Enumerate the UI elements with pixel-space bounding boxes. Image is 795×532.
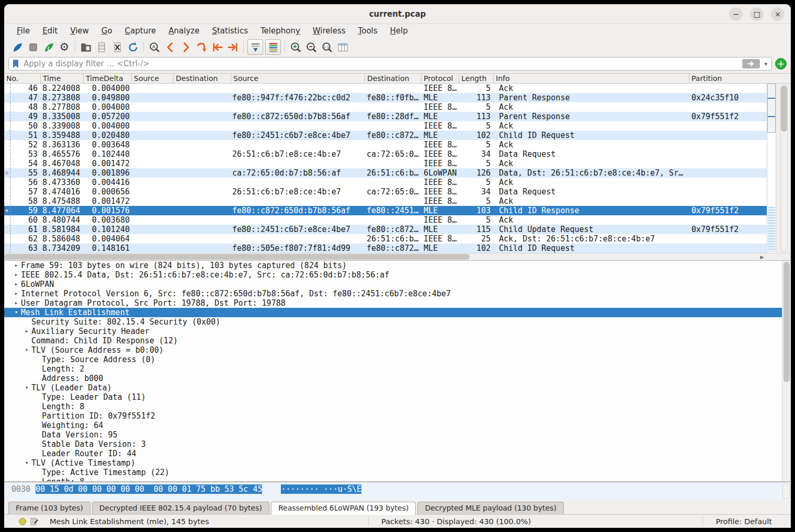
packet-row-59-selected[interactable]: 598.4770640.001576fe80::c872:650d:b7b8:5… bbox=[4, 206, 767, 215]
menu-file[interactable]: File bbox=[12, 26, 35, 36]
detail-row[interactable]: Length: 2 bbox=[4, 364, 791, 374]
display-filter-input[interactable]: Apply a display filter … <Ctrl-/> ▾ bbox=[8, 57, 772, 71]
column-header-source[interactable]: Source bbox=[231, 74, 365, 83]
hex-ascii-selected[interactable]: ········ ···u·S\E bbox=[281, 484, 361, 494]
details-scrollbar-thumb[interactable] bbox=[783, 262, 790, 382]
zoom-in-icon[interactable] bbox=[288, 39, 303, 55]
detail-row[interactable]: ▾TLV (Leader Data) bbox=[4, 383, 791, 392]
save-file-icon[interactable]: 01010110 bbox=[94, 39, 109, 55]
detail-row[interactable]: ▸Internet Protocol Version 6, Src: fe80:… bbox=[4, 289, 791, 298]
packet-list-hscrollbar-thumb[interactable] bbox=[4, 254, 470, 260]
column-header-protocol[interactable]: Protocol bbox=[422, 74, 459, 83]
packet-row-47[interactable]: 478.2738080.049800fe80::947f:f476:22bc:c… bbox=[4, 93, 767, 102]
packet-list-scrollbar-thumb[interactable] bbox=[781, 86, 787, 132]
detail-row[interactable]: ▾TLV (Source Address = b0:00) bbox=[4, 345, 791, 355]
detail-row[interactable]: Address: b000 bbox=[4, 374, 791, 383]
detail-row[interactable]: Type: Source Address (0) bbox=[4, 355, 791, 364]
detail-row[interactable]: Security Suite: 802.15.4 Security (0x00) bbox=[4, 317, 791, 327]
packet-row-54[interactable]: 548.4670480.001472IEEE 8…5Ack bbox=[4, 159, 767, 168]
menu-help[interactable]: Help bbox=[385, 26, 413, 36]
menu-wireless[interactable]: Wireless bbox=[308, 26, 351, 36]
column-header-partition[interactable]: Partition bbox=[689, 74, 791, 83]
packet-row-57[interactable]: 578.4740160.00065626:51:c6:b7:e8:ce:4b:e… bbox=[4, 187, 767, 196]
detail-row[interactable]: Stable Data Version: 3 bbox=[4, 440, 791, 449]
capture-options-icon[interactable]: ⚙ bbox=[56, 39, 72, 55]
hex-row[interactable]: 0030 00 15 0d 00 00 00 00 00 00 00 01 75… bbox=[4, 484, 791, 494]
detail-row[interactable]: Leader Router ID: 44 bbox=[4, 449, 791, 458]
hex-bytes-selected[interactable]: 00 15 0d 00 00 00 00 00 00 00 01 75 bb 5… bbox=[36, 484, 262, 494]
hscroll-right-arrow-icon[interactable]: ▶ bbox=[758, 254, 766, 260]
detail-row[interactable]: Length: 8 bbox=[4, 402, 791, 411]
start-capture-icon[interactable] bbox=[9, 39, 25, 55]
packet-row-53[interactable]: 538.4655760.10244026:51:c6:b7:e8:ce:4b:e… bbox=[4, 149, 767, 159]
detail-row[interactable]: ▸IEEE 802.15.4 Data, Dst: 26:51:c6:b7:e8… bbox=[4, 270, 791, 280]
menu-view[interactable]: View bbox=[65, 26, 94, 36]
packet-row-49[interactable]: 498.3350080.057200fe80::c872:650d:b7b8:5… bbox=[4, 112, 767, 121]
first-packet-icon[interactable] bbox=[209, 39, 225, 55]
close-file-icon[interactable] bbox=[109, 39, 125, 55]
add-filter-button[interactable]: + bbox=[775, 58, 787, 70]
expander-expanded-icon[interactable]: ▾ bbox=[22, 383, 31, 392]
goto-packet-icon[interactable] bbox=[194, 39, 209, 55]
byte-tab[interactable]: Decrypted MLE payload (130 bytes) bbox=[417, 502, 563, 514]
capture-comment-icon[interactable] bbox=[30, 517, 38, 525]
expander-collapsed-icon[interactable]: ▸ bbox=[12, 289, 21, 298]
packet-row-56[interactable]: 568.4733600.004416IEEE 8…5Ack bbox=[4, 178, 767, 187]
detail-row-selected[interactable]: ▾Mesh Link Establishment bbox=[4, 308, 791, 317]
column-header-length[interactable]: Length bbox=[459, 74, 494, 83]
menu-tools[interactable]: Tools bbox=[353, 26, 383, 36]
column-header-destination[interactable]: Destination bbox=[174, 74, 231, 83]
column-header-time[interactable]: Time bbox=[41, 74, 84, 83]
expander-expanded-icon[interactable]: ▾ bbox=[12, 308, 21, 317]
column-header-no[interactable]: No. bbox=[4, 74, 41, 83]
expander-expanded-icon[interactable]: ▾ bbox=[22, 345, 31, 355]
byte-tab[interactable]: Frame (103 bytes) bbox=[8, 502, 90, 514]
expander-collapsed-icon[interactable]: ▸ bbox=[12, 280, 21, 289]
detail-row[interactable]: ▸6LoWPAN bbox=[4, 280, 791, 289]
packet-row-63[interactable]: 638.7342090.148161fe80::505e:f807:7f81:4… bbox=[4, 244, 767, 253]
detail-row[interactable]: Data Version: 95 bbox=[4, 430, 791, 440]
detail-row[interactable]: Type: Active Timestamp (22) bbox=[4, 468, 791, 477]
titlebar[interactable]: current.pcap − □ × bbox=[4, 4, 791, 24]
close-icon[interactable]: × bbox=[771, 7, 785, 21]
menu-statistics[interactable]: Statistics bbox=[207, 26, 253, 36]
byte-tab-active[interactable]: Reassembled 6LoWPAN (193 bytes) bbox=[271, 502, 416, 515]
colorize-icon[interactable] bbox=[265, 39, 281, 55]
expert-info-icon[interactable] bbox=[19, 518, 26, 525]
status-profile[interactable]: Profile: Default bbox=[702, 517, 786, 526]
menu-capture[interactable]: Capture bbox=[120, 26, 162, 36]
menu-go[interactable]: Go bbox=[96, 26, 118, 36]
expander-collapsed-icon[interactable]: ▸ bbox=[12, 270, 21, 280]
column-header-destination[interactable]: Destination bbox=[365, 74, 422, 83]
detail-row[interactable]: Partition ID: 0x79f551f2 bbox=[4, 411, 791, 421]
packet-list-minimap-scrollbar[interactable] bbox=[767, 84, 776, 253]
packet-row-52[interactable]: 528.3631360.003648IEEE 8…5Ack bbox=[4, 140, 767, 149]
detail-row[interactable]: Length: 8 bbox=[4, 477, 791, 481]
packet-row-50[interactable]: 508.3390080.004000IEEE 8…5Ack bbox=[4, 121, 767, 131]
bookmark-icon[interactable] bbox=[12, 59, 19, 68]
zoom-100-icon[interactable]: 1:1 bbox=[319, 39, 335, 55]
detail-row[interactable]: Type: Leader Data (11) bbox=[4, 392, 791, 402]
hex-scrollbar[interactable] bbox=[782, 483, 790, 499]
last-packet-icon[interactable] bbox=[225, 39, 241, 55]
expander-collapsed-icon[interactable]: ▸ bbox=[12, 298, 21, 308]
minimize-icon[interactable]: − bbox=[729, 7, 743, 21]
autoscroll-icon[interactable] bbox=[247, 39, 263, 55]
open-file-icon[interactable] bbox=[78, 39, 94, 55]
menu-telephony[interactable]: Telephony bbox=[255, 26, 305, 36]
resize-columns-icon[interactable] bbox=[335, 39, 350, 55]
packet-row-48[interactable]: 488.2778080.004000IEEE 8…5Ack bbox=[4, 102, 767, 112]
packet-row-51[interactable]: 518.3594880.020480fe80::2451:c6b7:e8ce:4… bbox=[4, 131, 767, 140]
packet-list-hscrollbar[interactable]: ▶ bbox=[4, 253, 791, 260]
detail-row[interactable]: ▸Auxiliary Security Header bbox=[4, 327, 791, 336]
filter-dropdown-caret[interactable]: ▾ bbox=[764, 61, 768, 67]
apply-filter-button[interactable] bbox=[742, 59, 760, 68]
details-scrollbar[interactable] bbox=[782, 261, 791, 481]
packet-row-60[interactable]: 608.4807440.003680IEEE 8…5Ack bbox=[4, 215, 767, 225]
detail-row[interactable]: ▸User Datagram Protocol, Src Port: 19788… bbox=[4, 298, 791, 308]
packet-row-46[interactable]: 468.2240080.004000IEEE 8…5Ack bbox=[4, 84, 767, 93]
expander-collapsed-icon[interactable]: ▸ bbox=[22, 327, 31, 336]
byte-tab[interactable]: Decrypted IEEE 802.15.4 payload (70 byte… bbox=[92, 502, 269, 514]
maximize-icon[interactable]: □ bbox=[750, 7, 764, 21]
menu-edit[interactable]: Edit bbox=[37, 26, 63, 36]
